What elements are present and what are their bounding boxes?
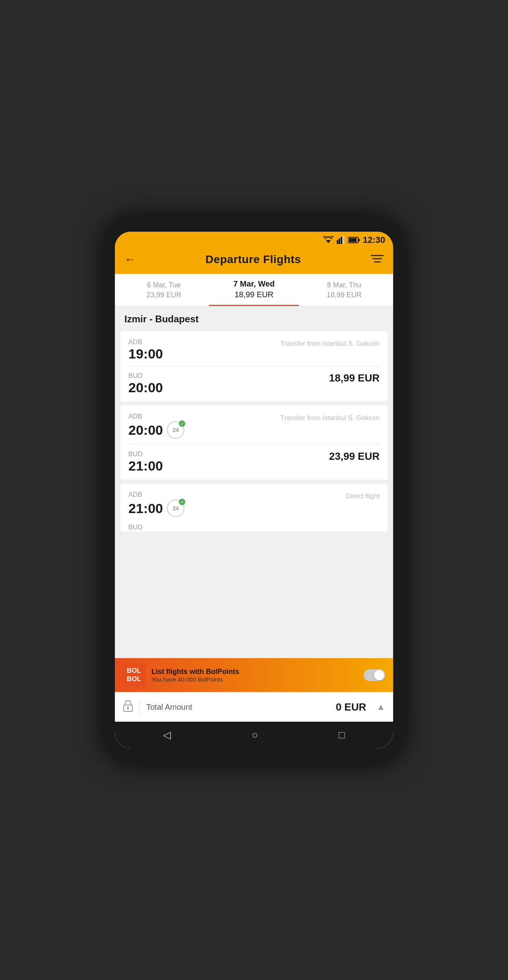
- dep-time-0: 19:00: [128, 347, 163, 360]
- date-tab-2[interactable]: 8 Mar, Thu 18,99 EUR: [299, 281, 389, 305]
- flight-info-2: Direct flight: [346, 491, 380, 500]
- bolpoints-subtitle: You have 40.000 BolPoints: [151, 676, 357, 683]
- arr-partial-2: BUD: [128, 523, 380, 531]
- flight-card-0[interactable]: ADB 19:00 Transfer from Istanbul S. Gokc…: [120, 331, 388, 401]
- check-icon-1: ✓: [179, 420, 185, 427]
- svg-marker-0: [326, 240, 331, 243]
- arr-code-2: BUD: [128, 523, 143, 531]
- total-bar: Total Amount 0 EUR ▲: [115, 692, 393, 722]
- flight-arr-left-1: BUD 21:00: [128, 450, 163, 473]
- date-tab-price-1: 18,99 EUR: [235, 290, 273, 299]
- nav-bar: ◁ ○ □: [115, 722, 393, 748]
- date-tab-price-2: 18,99 EUR: [327, 291, 362, 299]
- flight-row-arr-0: BUD 20:00 18,99 EUR: [128, 372, 380, 394]
- route-header: Izmir - Budapest: [115, 306, 393, 329]
- total-label: Total Amount: [146, 703, 330, 712]
- filter-icon: [371, 254, 384, 263]
- phone-screen: 12:30 ← Departure Flights 6 Mar, Tue 23,…: [115, 232, 393, 748]
- svg-rect-3: [341, 237, 342, 244]
- battery-icon: [348, 236, 360, 244]
- status-time: 12:30: [363, 235, 385, 245]
- lock-icon: [123, 700, 133, 715]
- flight-left-0: ADB 19:00: [128, 338, 163, 360]
- bolpoints-title: List flights with BolPoints: [151, 668, 357, 676]
- arr-code-1: BUD: [128, 450, 163, 458]
- status-icons: 12:30: [323, 235, 385, 245]
- dep-code-1: ADB: [128, 413, 184, 420]
- phone-frame: 12:30 ← Departure Flights 6 Mar, Tue 23,…: [103, 216, 405, 764]
- lock-svg: [123, 700, 133, 712]
- svg-rect-6: [349, 238, 357, 242]
- flight-time-row-1: 20:00 24 ✓: [128, 421, 184, 439]
- signal-icon: [337, 236, 345, 244]
- arr-code-0: BUD: [128, 372, 163, 380]
- flights-container: ADB 19:00 Transfer from Istanbul S. Gokc…: [115, 329, 393, 658]
- arr-time-1: 21:00: [128, 459, 163, 473]
- flight-row-arr-1: BUD 21:00 23,99 EUR: [128, 450, 380, 473]
- bolpoints-banner: BOL BOL List flights with BolPoints You …: [115, 658, 393, 692]
- flight-row-dep-0: ADB 19:00 Transfer from Istanbul S. Gokc…: [128, 338, 380, 360]
- svg-rect-4: [343, 236, 344, 244]
- status-bar: 12:30: [115, 232, 393, 248]
- flight-price-1: 23,99 EUR: [329, 450, 380, 463]
- total-divider: [140, 699, 140, 715]
- flight-left-2: ADB 21:00 24 ✓: [128, 491, 184, 517]
- flight-card-1[interactable]: ADB 20:00 24 ✓ Transfer from Istanbul S.…: [120, 405, 388, 480]
- top-bar: ← Departure Flights: [115, 248, 393, 274]
- dep-code-2: ADB: [128, 491, 184, 499]
- nav-recent-button[interactable]: □: [339, 729, 345, 741]
- badge-24-2: 24 ✓: [167, 500, 184, 517]
- svg-rect-2: [339, 238, 340, 244]
- filter-button[interactable]: [371, 254, 384, 266]
- check-icon-2: ✓: [179, 499, 185, 505]
- svg-rect-1: [337, 240, 338, 244]
- bol-logo: BOL BOL: [123, 664, 145, 686]
- nav-back-button[interactable]: ◁: [163, 729, 171, 741]
- bolpoints-text: List flights with BolPoints You have 40.…: [151, 668, 357, 683]
- dep-time-2: 21:00: [128, 502, 163, 515]
- page-title: Departure Flights: [206, 253, 301, 266]
- flight-card-2[interactable]: ADB 21:00 24 ✓ Direct flight BUD: [120, 484, 388, 531]
- route-title: Izmir - Budapest: [124, 314, 199, 324]
- date-tab-label-0: 6 Mar, Tue: [147, 281, 181, 289]
- flight-row-dep-1: ADB 20:00 24 ✓ Transfer from Istanbul S.…: [128, 413, 380, 439]
- flight-info-0: Transfer from Istanbul S. Gokcen: [280, 338, 380, 348]
- date-tab-1[interactable]: 7 Mar, Wed 18,99 EUR: [209, 279, 299, 306]
- nav-home-button[interactable]: ○: [252, 729, 258, 741]
- wifi-icon: [323, 236, 333, 244]
- date-tab-0[interactable]: 6 Mar, Tue 23,99 EUR: [119, 281, 209, 305]
- divider-1: [128, 444, 380, 445]
- toggle-knob: [374, 670, 384, 680]
- flight-left-1: ADB 20:00 24 ✓: [128, 413, 184, 439]
- dep-time-1: 20:00: [128, 423, 163, 437]
- date-tab-label-2: 8 Mar, Thu: [327, 281, 361, 289]
- date-tab-price-0: 23,99 EUR: [146, 291, 181, 299]
- arr-time-0: 20:00: [128, 381, 163, 394]
- dep-code-0: ADB: [128, 338, 163, 346]
- date-tab-label-1: 7 Mar, Wed: [233, 279, 275, 289]
- total-amount: 0 EUR: [336, 701, 366, 713]
- divider-0: [128, 366, 380, 366]
- bolpoints-toggle[interactable]: [364, 669, 385, 681]
- flight-price-0: 18,99 EUR: [329, 372, 380, 384]
- date-tabs: 6 Mar, Tue 23,99 EUR 7 Mar, Wed 18,99 EU…: [115, 274, 393, 306]
- svg-point-12: [127, 707, 129, 709]
- svg-rect-7: [359, 239, 360, 241]
- badge-24-1: 24 ✓: [167, 421, 184, 439]
- flight-info-1: Transfer from Istanbul S. Gokcen: [280, 413, 380, 422]
- chevron-up-icon[interactable]: ▲: [376, 702, 385, 712]
- flight-arr-left-0: BUD 20:00: [128, 372, 163, 394]
- back-button[interactable]: ←: [124, 253, 136, 266]
- flight-row-dep-2: ADB 21:00 24 ✓ Direct flight: [128, 491, 380, 517]
- flight-time-row-2: 21:00 24 ✓: [128, 500, 184, 517]
